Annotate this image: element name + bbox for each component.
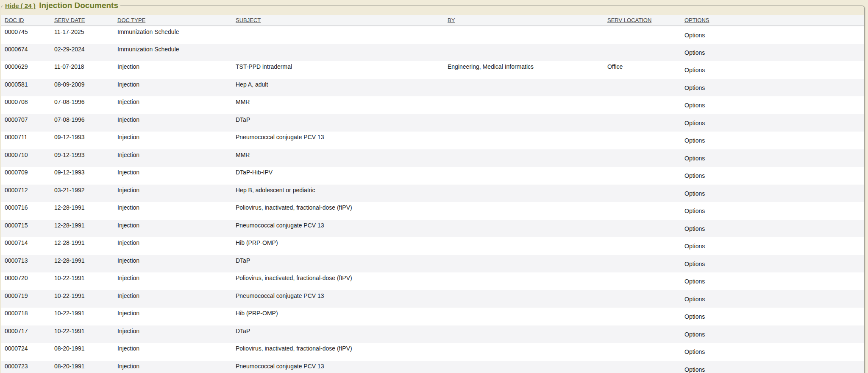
serv-date-cell: 12-28-1991 xyxy=(51,202,114,220)
subject-cell: Pneumococcal conjugate PCV 13 xyxy=(232,220,444,238)
injection-documents-panel: Hide ( 24 ) Injection Documents DOC ID xyxy=(1,1,865,373)
doc-type-cell: Injection xyxy=(114,290,232,308)
table-row: 000071312-28-1991InjectionDTaPOptions xyxy=(1,255,864,273)
doc-id-cell: 0000715 xyxy=(1,220,51,238)
by-cell xyxy=(444,202,604,220)
serv-location-cell xyxy=(604,44,681,62)
serv-date-cell: 10-22-1991 xyxy=(51,308,114,325)
sort-by-link[interactable]: BY xyxy=(448,17,455,23)
subject-cell xyxy=(232,44,444,62)
doc-type-cell: Injection xyxy=(114,272,232,290)
doc-type-cell: Injection xyxy=(114,308,232,325)
subject-cell: DTaP xyxy=(232,325,444,343)
by-cell xyxy=(444,96,604,114)
options-button[interactable]: Options xyxy=(681,96,864,114)
column-header-by: BY xyxy=(444,15,604,26)
serv-date-cell: 08-20-1991 xyxy=(51,361,114,373)
options-button[interactable]: Options xyxy=(681,343,864,361)
serv-location-cell: Office xyxy=(604,61,681,79)
options-button[interactable]: Options xyxy=(681,361,864,373)
doc-type-cell: Injection xyxy=(114,220,232,238)
options-button[interactable]: Options xyxy=(681,149,864,167)
subject-cell: Hep A, adult xyxy=(232,79,444,97)
options-button[interactable]: Options xyxy=(681,308,864,325)
serv-date-cell: 10-22-1991 xyxy=(51,325,114,343)
column-header-subject: SUBJECT xyxy=(232,15,444,26)
options-button[interactable]: Options xyxy=(681,220,864,238)
table-row: 000070909-12-1993InjectionDTaP-Hib-IPVOp… xyxy=(1,167,864,185)
doc-type-cell: Injection xyxy=(114,167,232,185)
table-row: 000070707-08-1996InjectionDTaPOptions xyxy=(1,114,864,132)
options-button[interactable]: Options xyxy=(681,167,864,185)
serv-date-cell: 12-28-1991 xyxy=(51,237,114,255)
subject-cell: Poliovirus, inactivated, fractional-dose… xyxy=(232,272,444,290)
table-row: 000067402-29-2024Immunization ScheduleOp… xyxy=(1,44,864,62)
sort-subject-link[interactable]: SUBJECT xyxy=(236,17,261,23)
options-button[interactable]: Options xyxy=(681,26,864,44)
table-row: 000071203-21-1992InjectionHep B, adolesc… xyxy=(1,185,864,202)
options-button[interactable]: Options xyxy=(681,272,864,290)
serv-date-cell: 10-22-1991 xyxy=(51,272,114,290)
options-button[interactable]: Options xyxy=(681,255,864,273)
sort-serv-location-link[interactable]: SERV LOCATION xyxy=(607,17,651,23)
serv-date-cell: 10-22-1991 xyxy=(51,290,114,308)
serv-location-cell xyxy=(604,185,681,202)
subject-cell: MMR xyxy=(232,96,444,114)
serv-location-cell xyxy=(604,237,681,255)
serv-date-cell: 12-28-1991 xyxy=(51,255,114,273)
options-button[interactable]: Options xyxy=(681,44,864,62)
options-button[interactable]: Options xyxy=(681,79,864,97)
sort-doc-id-link[interactable]: DOC ID xyxy=(5,17,24,23)
options-button[interactable]: Options xyxy=(681,132,864,149)
by-cell xyxy=(444,79,604,97)
column-header-serv-date: SERV DATE xyxy=(51,15,114,26)
doc-id-cell: 0000708 xyxy=(1,96,51,114)
doc-type-cell: Injection xyxy=(114,61,232,79)
table-row: 000071710-22-1991InjectionDTaPOptions xyxy=(1,325,864,343)
table-row: 000058108-09-2009InjectionHep A, adultOp… xyxy=(1,79,864,97)
doc-id-cell: 0000709 xyxy=(1,167,51,185)
serv-location-cell xyxy=(604,272,681,290)
doc-type-cell: Injection xyxy=(114,79,232,97)
by-cell xyxy=(444,272,604,290)
doc-id-cell: 0000713 xyxy=(1,255,51,273)
serv-date-cell: 11-07-2018 xyxy=(51,61,114,79)
column-header-options: OPTIONS xyxy=(681,15,864,26)
options-button[interactable]: Options xyxy=(681,114,864,132)
doc-id-cell: 0000724 xyxy=(1,343,51,361)
subject-cell: DTaP xyxy=(232,114,444,132)
serv-date-cell: 07-08-1996 xyxy=(51,96,114,114)
options-button[interactable]: Options xyxy=(681,185,864,202)
serv-location-cell xyxy=(604,149,681,167)
options-button[interactable]: Options xyxy=(681,290,864,308)
doc-id-cell: 0000717 xyxy=(1,325,51,343)
options-button[interactable]: Options xyxy=(681,237,864,255)
sort-options-link[interactable]: OPTIONS xyxy=(684,17,709,23)
serv-location-cell xyxy=(604,290,681,308)
subject-cell: Poliovirus, inactivated, fractional-dose… xyxy=(232,343,444,361)
panel-title: Injection Documents xyxy=(39,1,118,10)
table-row: 000070807-08-1996InjectionMMROptions xyxy=(1,96,864,114)
subject-cell: DTaP xyxy=(232,255,444,273)
by-cell xyxy=(444,290,604,308)
hide-toggle-link[interactable]: Hide ( 24 ) xyxy=(5,2,36,9)
sort-doc-type-link[interactable]: DOC TYPE xyxy=(117,17,145,23)
subject-cell xyxy=(232,26,444,44)
by-cell xyxy=(444,114,604,132)
doc-id-cell: 0000720 xyxy=(1,272,51,290)
table-row: 000071512-28-1991InjectionPneumococcal c… xyxy=(1,220,864,238)
documents-table-wrap: DOC ID SERV DATE DOC TYPE SUBJECT BY xyxy=(1,15,864,373)
table-row: 000072010-22-1991InjectionPoliovirus, in… xyxy=(1,272,864,290)
serv-date-cell: 08-09-2009 xyxy=(51,79,114,97)
serv-location-cell xyxy=(604,132,681,149)
doc-id-cell: 0000714 xyxy=(1,237,51,255)
subject-cell: Hib (PRP-OMP) xyxy=(232,237,444,255)
table-header-row: DOC ID SERV DATE DOC TYPE SUBJECT BY xyxy=(1,15,864,26)
options-button[interactable]: Options xyxy=(681,325,864,343)
doc-type-cell: Injection xyxy=(114,325,232,343)
options-button[interactable]: Options xyxy=(681,202,864,220)
options-button[interactable]: Options xyxy=(681,61,864,79)
serv-location-cell xyxy=(604,361,681,373)
sort-serv-date-link[interactable]: SERV DATE xyxy=(54,17,85,23)
column-header-doc-id: DOC ID xyxy=(1,15,51,26)
